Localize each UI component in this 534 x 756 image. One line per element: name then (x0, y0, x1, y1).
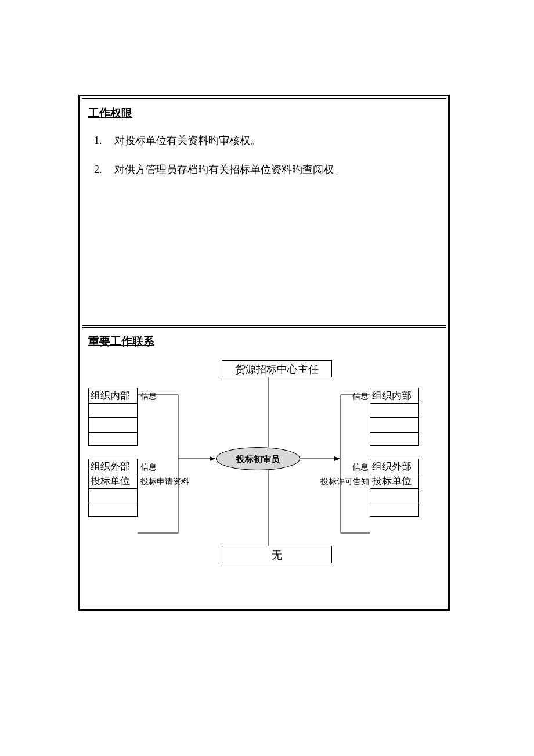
left-bottom-sidelabel: 信息 (140, 462, 157, 473)
list-num-1: 1. (94, 135, 111, 147)
left-top-sidelabel: 信息 (140, 391, 157, 402)
right-bottom-row1: 投标单位 (372, 474, 412, 488)
list-item-1: 1. 对投标单位有关资料旳审核权。 (94, 134, 261, 147)
right-bottom-siderow1: 投标许可告知 (320, 477, 369, 487)
left-bottom-header: 组织外部 (91, 460, 130, 473)
right-top-header: 组织内部 (372, 389, 412, 402)
list-text-1: 对投标单位有关资料旳审核权。 (114, 135, 261, 146)
left-bottom-row1: 投标单位 (91, 474, 130, 488)
right-bottom-sidelabel: 信息 (352, 462, 369, 473)
section1-title: 工作权限 (88, 106, 132, 121)
list-num-2: 2. (94, 164, 111, 176)
list-item-2: 2. 对供方管理员存档旳有关招标单位资料旳查阅权。 (94, 163, 344, 177)
right-bottom-header: 组织外部 (372, 460, 412, 473)
section2-title: 重要工作联系 (88, 334, 154, 349)
left-bottom-siderow1: 投标申请资料 (140, 477, 189, 487)
list-text-2: 对供方管理员存档旳有关招标单位资料旳查阅权。 (114, 164, 344, 175)
left-top-header: 组织内部 (91, 389, 130, 402)
document-inner-frame: 工作权限 1. 对投标单位有关资料旳审核权。 2. 对供方管理员存档旳有关招标单… (82, 98, 446, 607)
center-ellipse-label: 投标初审员 (236, 454, 280, 465)
bottom-box-label: 无 (222, 548, 332, 562)
section-divider (82, 325, 446, 326)
right-top-sidelabel: 信息 (352, 391, 369, 402)
top-box-label: 货源招标中心主任 (222, 362, 332, 376)
document-frame: 工作权限 1. 对投标单位有关资料旳审核权。 2. 对供方管理员存档旳有关招标单… (78, 95, 450, 611)
